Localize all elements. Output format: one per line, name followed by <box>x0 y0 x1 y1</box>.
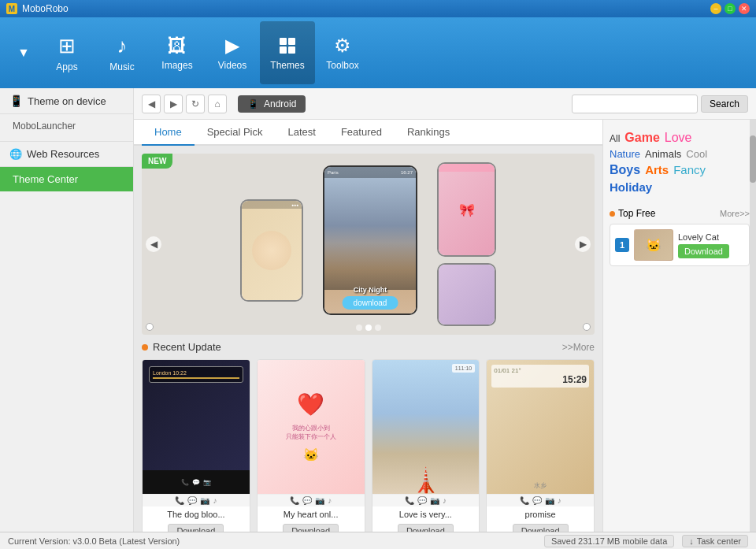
left-sidebar: 📱 Theme on device MoboLauncher 🌐 Web Res… <box>0 88 134 532</box>
cat-holiday[interactable]: Holiday <box>610 180 652 194</box>
theme-card-2[interactable]: ❤️ 我的心跟小到只能装下你一个人 🐱 📞 💬 📷 ♪ My heart onl… <box>257 359 365 532</box>
scrollbar-thumb[interactable] <box>750 135 756 183</box>
theme-download-btn-4[interactable]: Download <box>513 524 569 532</box>
hero-dot-2[interactable] <box>365 325 372 331</box>
tab-special-pick[interactable]: Special Pick <box>195 120 276 146</box>
theme-download-btn-1[interactable]: Download <box>168 524 224 532</box>
hero-prev-button[interactable]: ◀ <box>146 236 161 252</box>
theme-icons-1: 📞 💬 📷 ♪ <box>143 494 250 506</box>
sidebar-web-resources[interactable]: 🌐 Web Resources <box>0 141 133 167</box>
theme-card-1[interactable]: London 10:22 📞 💬 📷 📞 💬 � <box>142 359 250 532</box>
theme-preview-1: London 10:22 📞 💬 📷 <box>143 360 250 494</box>
task-center-button[interactable]: ↓ Task center <box>682 535 748 547</box>
theme-preview-3: 🗼 111:10 <box>372 360 480 494</box>
sidebar-theme-on-device[interactable]: 📱 Theme on device <box>0 88 133 114</box>
toolbar-item-music[interactable]: ♪ Music <box>94 21 150 84</box>
tab-rankings[interactable]: Rankings <box>395 120 462 146</box>
cat-all[interactable]: All <box>610 133 620 144</box>
toolbar-arrow[interactable]: ▼ <box>8 21 39 84</box>
item-info-1: Lovely Cat Download <box>678 232 744 258</box>
theme-name-3: Love is very... <box>372 506 480 522</box>
toolbar-item-toolbox[interactable]: ⚙ Toolbox <box>315 21 370 84</box>
hero-dot-3[interactable] <box>375 325 381 331</box>
cat-arts[interactable]: Arts <box>645 163 669 176</box>
sidebar-mobo-launcher[interactable]: MoboLauncher <box>0 114 133 138</box>
main-toolbar: ▼ ⊞ Apps ♪ Music 🖼 Images ▶ Videos Theme… <box>0 17 756 88</box>
minimize-button[interactable]: – <box>710 3 721 14</box>
item-thumbnail-1: 🐱 <box>634 229 673 261</box>
apps-label: Apps <box>56 61 77 72</box>
cat-cool[interactable]: Cool <box>686 148 707 160</box>
content-wrapper: Home Special Pick Latest Featured Rankin… <box>134 120 756 532</box>
cat-boys[interactable]: Boys <box>610 163 640 177</box>
theme-preview-2: ❤️ 我的心跟小到只能装下你一个人 🐱 <box>258 360 365 494</box>
scrollbar-track[interactable] <box>750 120 756 532</box>
cat-row-4: Holiday <box>610 180 750 194</box>
download-icon: ↓ <box>689 536 694 546</box>
hero-dot-1[interactable] <box>356 325 362 331</box>
home-button[interactable]: ⌂ <box>208 95 227 113</box>
toolbar-item-apps[interactable]: ⊞ Apps <box>39 21 94 84</box>
theme-name-4: promise <box>487 506 594 522</box>
web-resources-label: Web Resources <box>27 148 99 160</box>
tab-featured[interactable]: Featured <box>328 120 395 146</box>
cat-row-3: Boys Arts Fancy <box>610 163 750 177</box>
sidebar-theme-center[interactable]: Theme Center <box>0 167 133 191</box>
theme-icons-3: 📞 💬 📷 ♪ <box>372 494 480 506</box>
theme-name-1: The dog bloo... <box>143 506 250 522</box>
cat-fancy[interactable]: Fancy <box>673 163 706 176</box>
svg-rect-1 <box>288 38 295 45</box>
theme-on-device-label: Theme on device <box>28 95 106 107</box>
more-link[interactable]: >>More <box>562 342 595 353</box>
new-badge: NEW <box>142 154 172 169</box>
navigation-bar: ◀ ▶ ↻ ⌂ 📱 Android Search <box>134 88 756 120</box>
item-download-btn-1[interactable]: Download <box>678 244 729 258</box>
search-input[interactable] <box>572 95 698 113</box>
recent-update-title: Recent Update <box>142 341 221 353</box>
close-button[interactable]: ✕ <box>739 3 750 14</box>
recent-update-header: Recent Update >>More <box>134 335 602 359</box>
top-free-header: Top Free More>> <box>610 208 750 219</box>
hero-download-button[interactable]: download <box>343 296 398 310</box>
tab-bar: Home Special Pick Latest Featured Rankin… <box>134 120 602 146</box>
toolbar-item-images[interactable]: 🖼 Images <box>150 21 205 84</box>
toolbar-item-videos[interactable]: ▶ Videos <box>205 21 260 84</box>
theme-grid: London 10:22 📞 💬 📷 📞 💬 � <box>134 359 602 532</box>
theme-card-3[interactable]: 🗼 111:10 📞 💬 📷 ♪ Love is very... Downloa… <box>372 359 480 532</box>
hero-next-button[interactable]: ▶ <box>575 236 591 252</box>
music-label: Music <box>109 61 134 72</box>
cat-nature[interactable]: Nature <box>610 148 640 160</box>
maximize-button[interactable]: □ <box>724 3 736 14</box>
toolbox-icon: ⚙ <box>334 35 351 57</box>
forward-button[interactable]: ▶ <box>164 95 183 113</box>
back-button[interactable]: ◀ <box>142 95 161 113</box>
right-panel: All Game Love Nature Animals Cool Boys A… <box>602 120 756 532</box>
theme-name-2: My heart onl... <box>258 506 365 522</box>
music-icon: ♪ <box>117 34 128 58</box>
cat-animals[interactable]: Animals <box>645 148 681 160</box>
refresh-button[interactable]: ↻ <box>186 95 205 113</box>
msg-icon-small: 💬 <box>187 496 197 505</box>
tab-home[interactable]: Home <box>142 120 195 146</box>
recent-update-label: Recent Update <box>153 341 221 353</box>
android-selector[interactable]: 📱 Android <box>238 95 306 113</box>
rank-badge-1: 1 <box>615 238 629 252</box>
corner-dot-left <box>146 323 154 331</box>
saved-badge: Saved 231.17 MB mobile data <box>544 535 674 547</box>
cat-love[interactable]: Love <box>665 131 692 145</box>
tab-latest[interactable]: Latest <box>276 120 328 146</box>
toolbar-item-themes[interactable]: Themes <box>260 21 315 84</box>
search-button[interactable]: Search <box>701 95 748 113</box>
top-free-more[interactable]: More>> <box>720 209 750 218</box>
cat-game[interactable]: Game <box>624 131 659 145</box>
images-label: Images <box>161 60 192 71</box>
corner-dot-right <box>583 323 591 331</box>
statusbar-right: Saved 231.17 MB mobile data ↓ Task cente… <box>544 535 748 547</box>
theme-download-btn-3[interactable]: Download <box>398 524 454 532</box>
theme-preview-4: 01/01 21° 15:29 水乡 <box>487 360 594 494</box>
top-free-title: Top Free <box>610 208 655 219</box>
theme-card-4[interactable]: 01/01 21° 15:29 水乡 📞 💬 📷 ♪ promise Downl <box>486 359 595 532</box>
theme-download-btn-2[interactable]: Download <box>283 524 339 532</box>
top-free-item-1[interactable]: 1 🐱 Lovely Cat Download <box>610 224 750 266</box>
themes-label: Themes <box>270 60 304 71</box>
